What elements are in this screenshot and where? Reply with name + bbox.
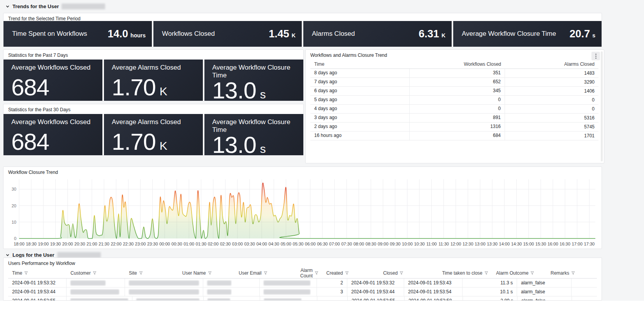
column-header[interactable]: Time: [310, 61, 410, 67]
cell: alarm_false: [517, 287, 572, 296]
svg-text:04:00: 04:00: [256, 242, 267, 246]
column-header[interactable]: Time: [8, 268, 67, 278]
panel-menu-kebab-icon[interactable]: [591, 52, 600, 60]
stat-unit: s: [592, 32, 595, 39]
column-label: Remarks: [551, 270, 569, 276]
stat-tile-avg-alarms-closed-7d: Average Alarms Closed 1.70K: [104, 60, 203, 101]
cell: 10.1 s: [463, 287, 517, 296]
svg-text:18:30: 18:30: [26, 242, 37, 246]
svg-text:05:30: 05:30: [293, 242, 304, 246]
column-header[interactable]: Customer: [67, 268, 125, 278]
column-header[interactable]: Time taken to close: [438, 268, 492, 278]
filter-icon[interactable]: [530, 271, 534, 275]
cell: 1701: [505, 133, 598, 138]
filter-icon[interactable]: [264, 271, 267, 275]
cell: 6 days ago: [310, 87, 410, 95]
cell: 8 days ago: [310, 69, 410, 77]
svg-text:06:00: 06:00: [305, 242, 316, 246]
table-row: 6 days ago3451406: [310, 87, 598, 96]
stat-tile-workflows-closed: Workflows Closed 1.45K: [153, 21, 302, 47]
filter-icon[interactable]: [208, 271, 212, 275]
dashboard: Trends for the User Trend for the Select…: [0, 0, 644, 301]
column-header[interactable]: Workflows Closed: [410, 61, 505, 67]
cell: [132, 296, 204, 301]
column-header[interactable]: Remarks: [547, 268, 597, 278]
column-label: Time: [12, 270, 22, 276]
svg-text:09:00: 09:00: [378, 242, 389, 246]
table-header-row: TimeWorkflows ClosedAlarms Closed: [310, 60, 598, 69]
panel-title: Workflow Closure Trend: [4, 167, 602, 177]
redacted-site: [129, 280, 199, 286]
stat-tiles-row: Average Workflows Closed 684 Average Ala…: [4, 114, 303, 155]
cell: [572, 287, 597, 296]
svg-text:02:00: 02:00: [208, 242, 219, 246]
cell: 2024-09-01 19:53:32: [8, 279, 67, 287]
cell: 7 days ago: [310, 78, 410, 86]
column-label: Customer: [70, 270, 91, 276]
cell: [203, 287, 260, 296]
section-header-logs[interactable]: Logs for the User: [5, 252, 101, 258]
column-header[interactable]: Alarm Outcome: [492, 268, 547, 278]
time-series-chart[interactable]: 010203018:0018:3019:0019:3020:0020:3021:…: [7, 176, 598, 249]
filter-icon[interactable]: [93, 271, 97, 275]
svg-text:08:30: 08:30: [366, 242, 377, 246]
filter-icon[interactable]: [315, 271, 318, 275]
redacted-user-name: [207, 289, 231, 294]
stat-unit: K: [442, 32, 445, 39]
svg-text:21:30: 21:30: [99, 242, 109, 246]
svg-text:14:00: 14:00: [499, 242, 510, 246]
svg-text:19:30: 19:30: [50, 242, 61, 246]
stat-unit: K: [292, 32, 296, 39]
cell: 2024-09-01 19:53:54: [404, 287, 463, 296]
column-header[interactable]: Site: [125, 268, 178, 278]
svg-text:10:00: 10:00: [402, 242, 413, 246]
stat-tile-alarms-closed: Alarms Closed 6.31K: [303, 21, 452, 47]
filter-icon[interactable]: [139, 271, 143, 275]
redacted-user-email: [264, 280, 310, 286]
section-header-trends[interactable]: Trends for the User: [5, 4, 105, 9]
stat-unit: s: [260, 144, 266, 155]
stat-value: 1.70: [112, 131, 156, 153]
panel-stats-7-days: Statistics for the Past 7 Days Average W…: [3, 49, 304, 101]
filter-icon[interactable]: [399, 271, 403, 275]
table-header-row: TimeCustomerSiteUser NameUser EmailAlarm…: [8, 268, 597, 279]
panel-trend-period: Trend for the Selected Time Period Time …: [3, 13, 602, 47]
column-header[interactable]: Closed: [379, 268, 438, 278]
filter-icon[interactable]: [484, 271, 488, 275]
cell: 1316: [410, 123, 505, 131]
filter-icon[interactable]: [571, 271, 575, 275]
filter-icon[interactable]: [345, 271, 349, 275]
svg-text:20: 20: [12, 203, 16, 208]
column-header[interactable]: Alarms Closed: [505, 61, 598, 67]
stat-tile-avg-workflows-closed-30d: Average Workflows Closed 684: [4, 114, 102, 155]
svg-text:02:30: 02:30: [220, 242, 231, 246]
panel-workflow-closure-trend: Workflow Closure Trend 010203018:0018:30…: [3, 166, 602, 249]
chart-svg[interactable]: 010203018:0018:3019:0019:3020:0020:3021:…: [7, 176, 598, 248]
stat-tile-avg-closure-time-7d: Average Workflow Closure Time 13.0s: [204, 60, 303, 101]
users-performance-table: TimeCustomerSiteUser NameUser EmailAlarm…: [8, 268, 597, 301]
scrollbar[interactable]: [601, 51, 603, 161]
stat-value: 13.0: [212, 134, 256, 156]
stat-label: Average Alarms Closed: [112, 64, 195, 72]
column-header[interactable]: User Email: [235, 268, 292, 278]
column-label: User Name: [182, 270, 206, 276]
column-header[interactable]: Created: [322, 268, 379, 278]
svg-text:08:00: 08:00: [354, 242, 364, 246]
table-row: 2024-09-01 19:53:4432024-09-01 19:53:442…: [8, 287, 597, 296]
svg-text:03:30: 03:30: [244, 242, 255, 246]
cell: alarm_false: [517, 296, 572, 301]
filter-icon[interactable]: [24, 271, 28, 275]
cell: 2024-09-01 19:53:44: [8, 287, 67, 296]
table-row: 7 days ago6523290: [310, 78, 598, 87]
stat-tile-avg-closure-time-30d: Average Workflow Closure Time 13.0s: [204, 114, 303, 155]
column-header[interactable]: Alarm Count: [292, 268, 322, 278]
cell: 2024-09-01 19:53:58: [405, 296, 463, 301]
cell: [67, 279, 125, 287]
stat-value: 1.45: [269, 28, 289, 40]
section-title: Logs for the User: [12, 252, 55, 258]
redacted-username: [57, 252, 101, 258]
section-title: Trends for the User: [12, 4, 59, 9]
column-header[interactable]: User Name: [178, 268, 235, 278]
cell: 2024-09-01 19:53:43: [404, 279, 463, 287]
panel-stats-30-days: Statistics for the Past 30 Days Average …: [3, 104, 304, 156]
